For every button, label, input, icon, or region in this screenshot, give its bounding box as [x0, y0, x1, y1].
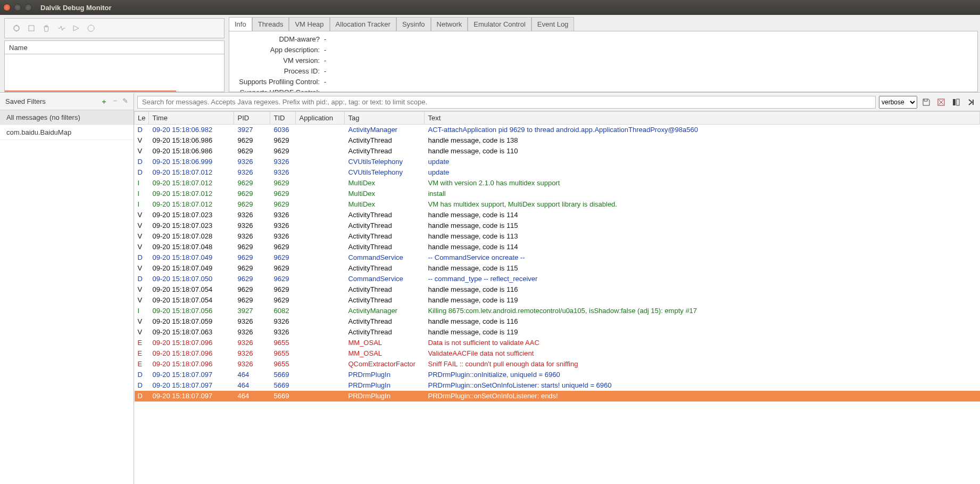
log-row[interactable]: V09-20 15:18:07.05993269326ActivityThrea…	[135, 316, 980, 327]
info-panel: DDM-aware?-App description:-VM version:-…	[229, 31, 978, 92]
maximize-icon[interactable]	[24, 4, 32, 11]
log-cell-tag: ActivityThread	[345, 327, 425, 338]
log-cell-tag: MultiDex	[345, 188, 425, 199]
close-icon[interactable]	[3, 4, 11, 11]
info-label: DDM-aware?	[235, 35, 320, 43]
log-row[interactable]: I09-20 15:18:07.05639276082ActivityManag…	[135, 306, 980, 316]
log-cell-tag: ActivityManager	[345, 125, 425, 135]
save-log-icon[interactable]	[920, 96, 932, 108]
add-filter-icon[interactable]: ＋	[101, 97, 107, 106]
log-cell-time: 09-20 15:18:06.999	[149, 157, 234, 167]
log-cell-tid: 9629	[270, 252, 296, 263]
log-row[interactable]: D09-20 15:18:07.05096299629CommandServic…	[135, 274, 980, 284]
log-row[interactable]: V09-20 15:18:07.04996299629ActivityThrea…	[135, 263, 980, 274]
clear-log-icon[interactable]	[935, 96, 947, 108]
log-cell-pid: 9629	[234, 135, 270, 146]
debug-icon[interactable]	[12, 24, 21, 32]
trash-icon[interactable]	[42, 24, 51, 32]
filter-item[interactable]: com.baidu.BaiduMap	[0, 125, 134, 140]
thread-icon[interactable]	[57, 24, 65, 32]
log-row[interactable]: V09-20 15:18:07.05496299629ActivityThrea…	[135, 284, 980, 295]
svg-rect-8	[953, 99, 956, 105]
heap-icon[interactable]	[27, 24, 36, 32]
edit-filter-icon[interactable]: ✎	[122, 97, 128, 106]
log-cell-text: update	[425, 167, 980, 178]
log-cell-tag: PRDrmPlugIn	[345, 380, 425, 391]
tab-sysinfo[interactable]: Sysinfo	[396, 17, 431, 31]
log-row[interactable]: V09-20 15:18:07.05496299629ActivityThrea…	[135, 295, 980, 306]
svg-rect-9	[957, 99, 959, 105]
log-cell-lv: I	[135, 188, 149, 199]
log-cell-pid: 9326	[234, 348, 270, 359]
log-row[interactable]: E09-20 15:18:07.09693269655QComExtractor…	[135, 359, 980, 370]
scroll-end-icon[interactable]	[965, 96, 977, 108]
log-row[interactable]: E09-20 15:18:07.09693269655MM_OSALData i…	[135, 338, 980, 348]
log-cell-app	[296, 391, 345, 401]
log-cell-tag: ActivityThread	[345, 210, 425, 220]
log-row[interactable]: I09-20 15:18:07.01296299629MultiDexinsta…	[135, 188, 980, 199]
log-column-header[interactable]: Time	[149, 112, 234, 125]
tab-event-log[interactable]: Event Log	[531, 17, 575, 31]
log-cell-text: install	[425, 188, 980, 199]
window-title: Dalvik Debug Monitor	[40, 4, 112, 12]
tab-allocation-tracker[interactable]: Allocation Tracker	[330, 17, 396, 31]
log-cell-lv: V	[135, 284, 149, 295]
log-column-header[interactable]: Le	[135, 112, 149, 125]
remove-filter-icon[interactable]: −	[113, 97, 117, 106]
log-row[interactable]: V09-20 15:18:07.02393269326ActivityThrea…	[135, 210, 980, 220]
log-level-select[interactable]: verbose	[879, 96, 917, 109]
tab-threads[interactable]: Threads	[252, 17, 289, 31]
log-row[interactable]: D09-20 15:18:07.0974645669PRDrmPlugInPRD…	[135, 370, 980, 380]
tab-emulator-control[interactable]: Emulator Control	[468, 17, 531, 31]
log-row[interactable]: I09-20 15:18:07.01296299629MultiDexVM wi…	[135, 178, 980, 188]
scroll-lock-icon[interactable]	[950, 96, 962, 108]
device-name-header[interactable]: Name	[4, 40, 225, 54]
tab-network[interactable]: Network	[431, 17, 468, 31]
stop-icon[interactable]	[87, 24, 95, 32]
log-row[interactable]: V09-20 15:18:06.98696299629ActivityThrea…	[135, 135, 980, 146]
tab-vm-heap[interactable]: VM Heap	[289, 17, 329, 31]
log-search-input[interactable]	[137, 96, 876, 109]
device-list[interactable]	[4, 54, 225, 92]
titlebar[interactable]: Dalvik Debug Monitor	[0, 0, 980, 15]
log-row[interactable]: D09-20 15:18:07.04996299629CommandServic…	[135, 252, 980, 263]
tab-info[interactable]: Info	[229, 17, 252, 31]
log-row[interactable]: V09-20 15:18:07.02393269326ActivityThrea…	[135, 220, 980, 231]
log-column-header[interactable]: Application	[296, 112, 345, 125]
log-cell-time: 09-20 15:18:07.012	[149, 178, 234, 188]
filter-item[interactable]: All messages (no filters)	[0, 110, 134, 125]
log-row[interactable]: V09-20 15:18:07.04896299629ActivityThrea…	[135, 242, 980, 252]
minimize-icon[interactable]	[14, 4, 21, 11]
log-row[interactable]: D09-20 15:18:07.0974645669PRDrmPlugInPRD…	[135, 391, 980, 401]
log-header-row[interactable]: LeTimePIDTIDApplicationTagText	[135, 112, 980, 125]
log-row[interactable]: D09-20 15:18:06.98239276036ActivityManag…	[135, 125, 980, 135]
method-icon[interactable]	[72, 24, 80, 32]
log-cell-tag: CVUtilsTelephony	[345, 167, 425, 178]
log-cell-time: 09-20 15:18:07.096	[149, 348, 234, 359]
log-cell-tid: 9655	[270, 348, 296, 359]
log-cell-lv: D	[135, 167, 149, 178]
log-cell-time: 09-20 15:18:07.012	[149, 167, 234, 178]
log-column-header[interactable]: TID	[270, 112, 296, 125]
svg-point-4	[88, 25, 94, 31]
log-row[interactable]: V09-20 15:18:07.02893269326ActivityThrea…	[135, 231, 980, 242]
log-cell-lv: D	[135, 274, 149, 284]
log-row[interactable]: D09-20 15:18:07.0974645669PRDrmPlugInPRD…	[135, 380, 980, 391]
log-column-header[interactable]: Tag	[345, 112, 425, 125]
log-cell-text: VM with version 2.1.0 has multidex suppo…	[425, 178, 980, 188]
log-row[interactable]: I09-20 15:18:07.01296299629MultiDexVM ha…	[135, 199, 980, 210]
log-row[interactable]: E09-20 15:18:07.09693269655MM_OSALValida…	[135, 348, 980, 359]
log-cell-tid: 9326	[270, 210, 296, 220]
log-row[interactable]: D09-20 15:18:07.01293269326CVUtilsTeleph…	[135, 167, 980, 178]
log-cell-app	[296, 359, 345, 370]
log-row[interactable]: D09-20 15:18:06.99993269326CVUtilsTeleph…	[135, 157, 980, 167]
log-cell-text: handle message, code is 114	[425, 210, 980, 220]
log-row[interactable]: V09-20 15:18:07.06393269326ActivityThrea…	[135, 327, 980, 338]
log-cell-app	[296, 157, 345, 167]
log-cell-text: update	[425, 157, 980, 167]
log-column-header[interactable]: Text	[425, 112, 980, 125]
log-column-header[interactable]: PID	[234, 112, 270, 125]
log-row[interactable]: V09-20 15:18:06.98696299629ActivityThrea…	[135, 146, 980, 157]
log-grid[interactable]: LeTimePIDTIDApplicationTagText D09-20 15…	[134, 111, 980, 484]
log-cell-pid: 9326	[234, 338, 270, 348]
